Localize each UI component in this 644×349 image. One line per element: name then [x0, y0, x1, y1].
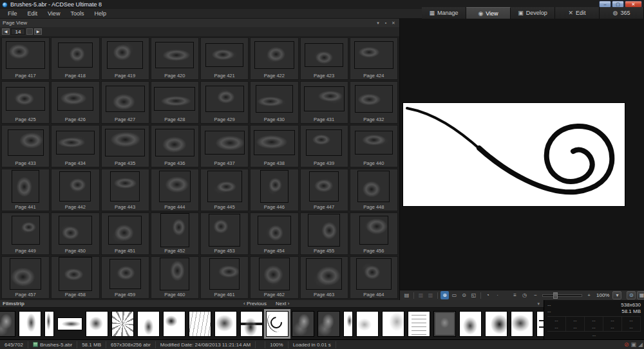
filmstrip-item-snowflake[interactable] — [112, 312, 133, 336]
pane-close-icon[interactable]: ✕ — [390, 21, 397, 26]
page-thumbnail[interactable]: Page 456 — [350, 212, 398, 255]
tab-develop[interactable]: ▣Develop — [511, 7, 555, 19]
page-thumbnail[interactable]: Page 452 — [151, 212, 199, 255]
page-thumbnail[interactable]: Page 461 — [200, 256, 249, 299]
filmstrip-item-tree[interactable] — [215, 312, 236, 336]
page-thumbnail[interactable]: Page 434 — [51, 125, 99, 167]
zoom-tool-icon[interactable]: ⊙ — [460, 291, 468, 299]
filmstrip-item-triangle-smudge[interactable] — [138, 312, 159, 336]
next-page-button[interactable]: ▶ — [34, 28, 42, 35]
filmstrip-item-bamboo-strip[interactable] — [45, 312, 53, 336]
zoom-slider-thumb[interactable] — [553, 292, 558, 299]
page-number-field[interactable]: 14 — [11, 28, 25, 35]
filmstrip-item-faint-scatter[interactable] — [357, 312, 378, 336]
pane-menu-caret-icon[interactable]: ▾ — [375, 21, 381, 26]
page-thumbnail[interactable]: Page 424 — [350, 37, 398, 80]
photo-icon[interactable]: ▤ — [402, 291, 411, 299]
page-thumbnail[interactable]: Page 432 — [350, 81, 398, 124]
page-thumbnail[interactable]: Page 451 — [101, 212, 149, 255]
page-thumbnail[interactable]: Page 464 — [350, 256, 398, 299]
zoom-lock-icon[interactable]: ⊙ — [627, 291, 636, 299]
filmstrip-item-vertical-smudge[interactable] — [241, 312, 262, 336]
page-thumbnail[interactable]: Page 420 — [151, 37, 199, 80]
page-thumbnail[interactable]: Page 459 — [101, 256, 149, 299]
grid-overlay-icon[interactable]: ▦ — [637, 291, 644, 299]
menu-tools[interactable]: Tools — [65, 9, 89, 19]
page-thumbnail[interactable]: Page 439 — [300, 125, 348, 167]
filmstrip-item-faint-smudge[interactable] — [383, 312, 404, 336]
filmstrip-item-kanji-well[interactable] — [537, 312, 544, 336]
page-thumbnail[interactable]: Page 460 — [151, 256, 199, 299]
page-thumbnail[interactable]: Page 445 — [200, 169, 249, 211]
menu-help[interactable]: Help — [89, 9, 111, 19]
filmstrip-item-dark-map[interactable] — [292, 312, 314, 336]
page-thumbnail[interactable]: Page 422 — [250, 37, 298, 80]
page-thumbnail[interactable]: Page 441 — [1, 169, 50, 211]
page-thumbnail[interactable]: Page 428 — [151, 81, 199, 124]
page-thumbnail[interactable]: Page 455 — [300, 212, 348, 255]
menu-edit[interactable]: Edit — [23, 9, 43, 19]
page-thumbnail[interactable]: Page 421 — [200, 37, 249, 80]
page-thumbnail[interactable]: Page 438 — [250, 125, 298, 167]
adjust-sliders-icon[interactable]: ≡ — [511, 291, 519, 299]
page-thumbnail[interactable]: Page 440 — [350, 125, 398, 167]
page-thumbnail[interactable]: Page 450 — [51, 212, 99, 255]
page-thumbnail[interactable]: Page 442 — [51, 169, 99, 211]
page-thumbnail[interactable]: Page 453 — [200, 212, 249, 255]
filmstrip-item-foliage-photo[interactable] — [0, 312, 15, 336]
page-thumbnail[interactable]: Page 429 — [200, 81, 249, 124]
page-thumbnail[interactable]: Page 447 — [300, 169, 348, 211]
page-thumbnail[interactable]: Page 436 — [151, 125, 199, 167]
filmstrip-item-capsule[interactable] — [86, 312, 108, 336]
filmstrip-item-ink-splatter[interactable] — [486, 312, 507, 336]
page-thumbnail[interactable]: Page 433 — [1, 125, 50, 167]
menu-file[interactable]: File — [3, 9, 23, 19]
pan-tool-icon[interactable]: ⊕ — [440, 291, 449, 299]
tab-view[interactable]: ◉View — [466, 7, 511, 19]
zoom-out-icon[interactable]: − — [531, 291, 540, 299]
page-thumbnail[interactable]: Page 419 — [101, 37, 149, 80]
tab-edit[interactable]: ✕Edit — [555, 7, 600, 19]
filmstrip-item-dotted-strip[interactable] — [344, 312, 352, 336]
more-dot-icon[interactable]: · — [493, 291, 502, 299]
page-thumbnail[interactable]: Page 423 — [300, 37, 348, 80]
filmstrip-item-handwriting[interactable] — [189, 312, 211, 336]
tab-manage[interactable]: ▦Manage — [422, 7, 466, 19]
filmstrip-item-swirl[interactable] — [267, 312, 288, 336]
page-thumbnail[interactable]: Page 462 — [250, 256, 298, 299]
zoom-slider[interactable] — [542, 294, 582, 297]
filmstrip-item-speckles[interactable] — [511, 312, 533, 336]
page-thumbnail[interactable]: Page 444 — [151, 169, 199, 211]
next-image-icon[interactable]: ▥ — [426, 291, 435, 299]
menu-view[interactable]: View — [43, 9, 65, 19]
prev-page-button[interactable]: ◀ — [2, 28, 10, 35]
page-thumbnail[interactable]: Page 430 — [250, 81, 298, 124]
preview-image[interactable] — [403, 103, 625, 206]
page-thumbnail[interactable]: Page 426 — [51, 81, 99, 124]
page-thumbnail[interactable]: Page 457 — [1, 256, 50, 299]
filmstrip-item-shell[interactable] — [460, 312, 481, 336]
filmstrip-next-button[interactable]: Next › — [276, 301, 289, 307]
filmstrip-item-smudge[interactable] — [19, 312, 41, 336]
zoom-in-icon[interactable]: + — [585, 291, 593, 299]
fit-image-icon[interactable]: ◱ — [469, 291, 478, 299]
page-thumbnail[interactable]: Page 427 — [101, 81, 149, 124]
pager-mini-box[interactable] — [26, 28, 33, 35]
pane-pin-icon[interactable]: ▪ — [383, 21, 389, 25]
panel-toggle-icon[interactable]: ▣ — [631, 341, 637, 348]
page-thumbnail[interactable]: Page 446 — [250, 169, 298, 211]
tab-365[interactable]: ◍365 — [600, 7, 644, 19]
filmstrip-item-ink-marks[interactable] — [164, 312, 185, 336]
page-thumbnail[interactable]: Page 449 — [1, 212, 50, 255]
page-thumbnail[interactable]: Page 437 — [200, 125, 249, 167]
page-thumbnail[interactable]: Page 458 — [51, 256, 99, 299]
page-thumbnail[interactable]: Page 443 — [101, 169, 149, 211]
rotate-icon[interactable]: ◔ — [484, 291, 492, 299]
filmstrip-previous-button[interactable]: ‹ Previous — [243, 301, 267, 307]
page-thumbnail[interactable]: Page 431 — [300, 81, 348, 124]
previous-image-icon[interactable]: ▥ — [417, 291, 425, 299]
page-thumbnail[interactable]: Page 417 — [1, 37, 50, 80]
page-thumbnail[interactable]: Page 435 — [101, 125, 149, 167]
page-thumbnail[interactable]: Page 448 — [350, 169, 398, 211]
filmstrip-options-caret-icon[interactable]: ▾ — [537, 301, 544, 307]
